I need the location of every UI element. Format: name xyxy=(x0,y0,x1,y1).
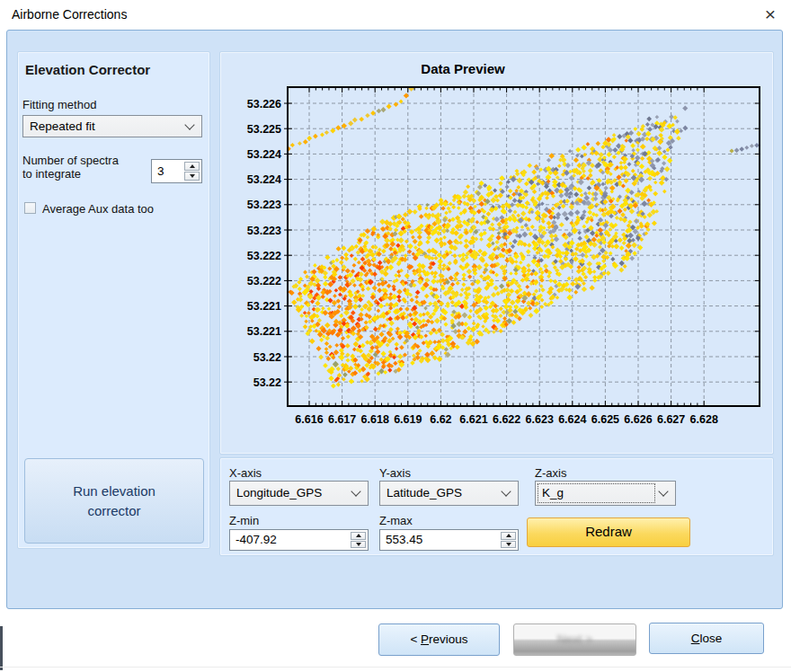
elevation-corrector-heading: Elevation Corrector xyxy=(25,62,150,77)
svg-text:6.627: 6.627 xyxy=(657,413,685,426)
redraw-label: Redraw xyxy=(585,524,632,539)
window-title: Airborne Corrections xyxy=(12,7,127,22)
x-axis-select[interactable]: Longitude_GPS xyxy=(229,481,369,506)
z-axis-label: Z-axis xyxy=(535,466,566,480)
spectra-spin-down-button[interactable] xyxy=(184,172,200,181)
arrow-down-icon xyxy=(506,543,511,546)
chevron-down-icon xyxy=(351,486,360,496)
svg-text:6.616: 6.616 xyxy=(295,413,323,426)
fitting-method-select[interactable]: Repeated fit xyxy=(22,115,202,137)
arrow-up-icon xyxy=(190,164,195,168)
x-axis-label: X-axis xyxy=(229,466,262,480)
z-max-spin-down-button[interactable] xyxy=(501,541,516,549)
previous-button[interactable]: < Previous xyxy=(378,623,500,656)
svg-text:6.62: 6.62 xyxy=(430,413,451,426)
z-max-input[interactable]: 553.45 xyxy=(379,529,519,551)
svg-text:6.622: 6.622 xyxy=(493,413,520,426)
svg-text:53.221: 53.221 xyxy=(247,300,281,313)
redraw-button[interactable]: Redraw xyxy=(527,517,690,547)
svg-text:6.617: 6.617 xyxy=(328,413,356,426)
spectra-spin-up-button[interactable] xyxy=(184,162,200,171)
z-max-spin-up-button[interactable] xyxy=(501,532,516,540)
x-axis-value: Longitude_GPS xyxy=(236,486,322,500)
screen-edge-artifact xyxy=(0,626,3,670)
y-axis-value: Latitude_GPS xyxy=(387,486,462,500)
svg-text:53.224: 53.224 xyxy=(247,148,281,161)
svg-text:53.223: 53.223 xyxy=(247,225,281,237)
z-min-value: -407.92 xyxy=(236,533,277,546)
svg-text:53.22: 53.22 xyxy=(253,351,281,364)
svg-text:6.626: 6.626 xyxy=(624,413,652,426)
average-aux-label: Average Aux data too xyxy=(42,202,154,216)
svg-text:53.222: 53.222 xyxy=(247,275,281,287)
window-titlebar: Airborne Corrections × xyxy=(0,0,791,30)
spectra-count-label-line2: to integrate xyxy=(22,167,81,181)
close-icon: × xyxy=(765,4,776,24)
axis-controls-panel: X-axis Y-axis Z-axis Longitude_GPS Latit… xyxy=(219,457,774,556)
arrow-up-icon xyxy=(356,534,361,537)
svg-text:53.223: 53.223 xyxy=(247,199,281,211)
z-max-value: 553.45 xyxy=(386,533,422,546)
svg-text:6.621: 6.621 xyxy=(459,413,487,426)
chevron-down-icon xyxy=(184,119,194,129)
svg-text:53.226: 53.226 xyxy=(247,98,281,111)
run-elevation-corrector-label: Run elevation corrector xyxy=(52,482,176,521)
elevation-corrector-panel: Elevation Corrector Fitting method Repea… xyxy=(17,51,210,549)
arrow-down-icon xyxy=(190,174,195,178)
spectra-count-stepper[interactable]: 3 xyxy=(151,159,202,183)
svg-text:53.222: 53.222 xyxy=(247,250,281,262)
arrow-up-icon xyxy=(506,534,511,537)
chevron-down-icon xyxy=(501,486,511,496)
data-preview-chart: 6.6166.6176.6186.6196.626.6216.6226.6236… xyxy=(220,52,775,455)
z-min-spin-down-button[interactable] xyxy=(351,541,366,549)
z-min-spin-up-button[interactable] xyxy=(351,532,366,540)
next-button[interactable]: Next > xyxy=(513,623,636,656)
svg-text:6.625: 6.625 xyxy=(591,413,619,426)
data-preview-panel: Data Preview 6.6166.6176.6186.6196.626.6… xyxy=(219,51,774,455)
svg-text:6.619: 6.619 xyxy=(394,413,422,426)
fitting-method-label: Fitting method xyxy=(22,98,96,111)
next-label: Next > xyxy=(557,632,592,646)
svg-text:6.628: 6.628 xyxy=(690,413,718,426)
z-axis-value: K_g xyxy=(542,486,564,500)
run-elevation-corrector-button[interactable]: Run elevation corrector xyxy=(24,458,204,544)
close-button[interactable]: × xyxy=(755,2,786,27)
close-dialog-button[interactable]: Close xyxy=(649,623,764,654)
close-dialog-label: Close xyxy=(691,632,723,645)
spectra-count-value: 3 xyxy=(157,164,164,178)
fitting-method-value: Repeated fit xyxy=(30,119,95,133)
svg-text:53.22: 53.22 xyxy=(253,376,281,389)
svg-text:6.624: 6.624 xyxy=(558,413,586,426)
dialog-content: Elevation Corrector Fitting method Repea… xyxy=(6,30,783,609)
svg-text:53.225: 53.225 xyxy=(247,123,281,136)
svg-text:53.224: 53.224 xyxy=(247,173,281,186)
previous-label: < Previous xyxy=(410,632,467,646)
y-axis-label: Y-axis xyxy=(379,466,411,480)
arrow-down-icon xyxy=(356,543,361,546)
bottom-divider xyxy=(0,667,791,668)
z-axis-select[interactable]: K_g xyxy=(535,481,676,506)
svg-text:6.618: 6.618 xyxy=(361,413,389,426)
z-min-label: Z-min xyxy=(229,514,259,527)
y-axis-select[interactable]: Latitude_GPS xyxy=(379,481,519,506)
z-max-label: Z-max xyxy=(379,514,413,527)
svg-text:6.623: 6.623 xyxy=(526,413,554,426)
svg-text:53.221: 53.221 xyxy=(247,325,281,338)
z-min-input[interactable]: -407.92 xyxy=(229,529,369,551)
chevron-down-icon xyxy=(658,486,668,496)
average-aux-checkbox[interactable] xyxy=(24,202,36,214)
spectra-count-label-line1: Number of spectra xyxy=(22,154,119,167)
